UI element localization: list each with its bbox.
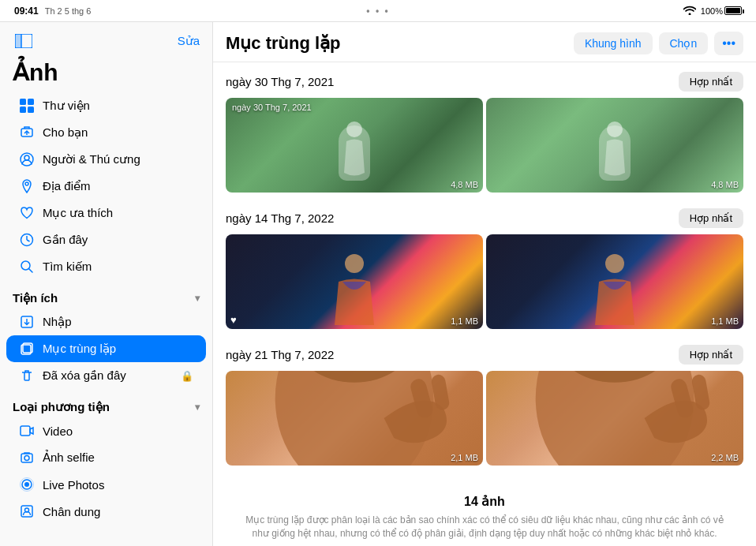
svg-rect-3 bbox=[20, 99, 26, 105]
duplicate-icon bbox=[19, 341, 35, 357]
sidebar-item-gan-day[interactable]: Gần đây bbox=[6, 226, 206, 253]
sidebar-label-cho-ban: Cho bạn bbox=[43, 125, 88, 140]
status-bar-right: 100% bbox=[683, 6, 742, 17]
photo-grid-icon bbox=[19, 98, 35, 114]
heart-icon bbox=[19, 205, 35, 221]
photo-size-3a: 2,1 MB bbox=[451, 453, 478, 462]
svg-line-14 bbox=[27, 240, 30, 241]
more-button[interactable]: ••• bbox=[714, 32, 743, 55]
photo-thumb-3b[interactable]: 2,2 MB bbox=[486, 371, 743, 466]
sidebar-label-live-photos: Live Photos bbox=[43, 478, 104, 492]
sidebar-label-tim-kiem: Tìm kiếm bbox=[43, 260, 92, 274]
location-icon bbox=[19, 178, 35, 194]
photo-size-2b: 1,1 MB bbox=[711, 316, 739, 326]
video-icon bbox=[19, 423, 35, 439]
sidebar-label-da-xoa-gan-day: Đã xóa gần đây bbox=[43, 368, 126, 383]
chevron-down-icon: ▾ bbox=[195, 293, 200, 304]
sidebar-content: Thư viện Cho bạn bbox=[0, 92, 212, 546]
group-date-3: ngày 21 Thg 7, 2022 bbox=[226, 348, 334, 361]
sidebar-label-nguoi-thu-cung: Người & Thú cưng bbox=[43, 152, 140, 166]
duplicate-group-2: ngày 14 Thg 7, 2022 Hợp nhất ♥ 1,1 MB bbox=[226, 208, 743, 329]
app-title: Ảnh bbox=[0, 55, 212, 92]
page-title: Mục trùng lặp bbox=[226, 33, 341, 54]
section-tien-ich: Tiện ích ▾ bbox=[0, 280, 212, 309]
photo-size-1b: 4,8 MB bbox=[711, 180, 739, 189]
sidebar-item-muc-trung-lap[interactable]: Mục trùng lặp bbox=[6, 335, 206, 362]
chon-button[interactable]: Chọn bbox=[659, 32, 709, 54]
sidebar-header: Sửa bbox=[0, 22, 212, 55]
sidebar-item-anh-selfie[interactable]: Ảnh selfie bbox=[6, 444, 206, 471]
app-container: Sửa Ảnh Thư viện bbox=[0, 22, 756, 546]
sidebar-label-anh-selfie: Ảnh selfie bbox=[43, 451, 95, 465]
svg-point-11 bbox=[25, 182, 28, 185]
status-day: Th 2 5 thg 6 bbox=[45, 6, 92, 16]
duplicate-group-1: ngày 30 Thg 7, 2021 Hợp nhất ngày 30 Thg… bbox=[226, 72, 743, 193]
person-circle-icon bbox=[19, 151, 35, 167]
photo-size-3b: 2,2 MB bbox=[711, 453, 739, 462]
live-icon bbox=[19, 477, 35, 492]
svg-point-23 bbox=[24, 456, 29, 461]
section-loai-label: Loại phương tiện bbox=[13, 400, 110, 414]
sidebar-item-nhap[interactable]: Nhập bbox=[6, 309, 206, 335]
sidebar-item-tim-kiem[interactable]: Tìm kiếm bbox=[6, 253, 206, 280]
sidebar-label-chan-dung: Chân dung bbox=[43, 505, 100, 518]
status-bar: 09:41 Th 2 5 thg 6 • • • 100% bbox=[0, 0, 756, 22]
photo-thumb-2b[interactable]: 1,1 MB bbox=[486, 234, 743, 329]
battery-icon: 100% bbox=[701, 6, 742, 16]
photo-pair-3: 2,1 MB 2,2 MB bbox=[226, 371, 743, 466]
photo-pair-2: ♥ 1,1 MB 1,1 MB bbox=[226, 234, 743, 329]
search-icon bbox=[19, 259, 35, 275]
heart-badge-2a: ♥ bbox=[230, 314, 237, 326]
share-icon bbox=[19, 125, 35, 140]
sidebar-label-thu-vien: Thư viện bbox=[43, 99, 90, 113]
merge-button-2[interactable]: Hợp nhất bbox=[679, 208, 743, 228]
khung-hinh-button[interactable]: Khung hình bbox=[574, 32, 653, 54]
photo-date-overlay-1: ngày 30 Thg 7, 2021 bbox=[232, 103, 312, 112]
edit-button[interactable]: Sửa bbox=[178, 34, 200, 48]
sidebar-label-dia-diem: Địa điểm bbox=[43, 179, 91, 193]
sidebar-item-dia-diem[interactable]: Địa điểm bbox=[6, 173, 206, 200]
merge-button-1[interactable]: Hợp nhất bbox=[679, 72, 743, 92]
photo-thumb-1b[interactable]: 4,8 MB bbox=[486, 98, 743, 193]
main-header: Mục trùng lặp Khung hình Chọn ••• bbox=[213, 22, 756, 62]
wifi-icon bbox=[683, 6, 696, 17]
sidebar-item-video[interactable]: Video bbox=[6, 417, 206, 444]
section-tien-ich-label: Tiện ích bbox=[13, 291, 58, 305]
photo-thumb-1a[interactable]: ngày 30 Thg 7, 2021 4,8 MB bbox=[226, 98, 483, 193]
sidebar-label-muc-ua-thich: Mục ưa thích bbox=[43, 206, 113, 220]
merge-button-3[interactable]: Hợp nhất bbox=[679, 345, 743, 365]
panel-toggle-icon[interactable] bbox=[13, 30, 35, 52]
photo-thumb-2a[interactable]: ♥ 1,1 MB bbox=[226, 234, 483, 329]
summary-count: 14 ảnh bbox=[241, 494, 728, 509]
sidebar-item-nguoi-thu-cung[interactable]: Người & Thú cưng bbox=[6, 146, 206, 173]
summary-description: Mục trùng lặp được phân loại là các bản … bbox=[241, 514, 728, 540]
sidebar-item-thu-vien[interactable]: Thư viện bbox=[6, 92, 206, 119]
sidebar-label-gan-day: Gần đây bbox=[43, 233, 88, 247]
sidebar: Sửa Ảnh Thư viện bbox=[0, 22, 213, 546]
lock-icon: 🔒 bbox=[181, 370, 193, 382]
svg-point-30 bbox=[607, 122, 623, 137]
photo-thumb-3a[interactable]: 2,1 MB bbox=[226, 371, 483, 466]
svg-rect-21 bbox=[21, 426, 30, 436]
sidebar-label-muc-trung-lap: Mục trùng lặp bbox=[43, 342, 116, 356]
group-date-1: ngày 30 Thg 7, 2021 bbox=[226, 75, 334, 88]
group-header-2: ngày 14 Thg 7, 2022 Hợp nhất bbox=[226, 208, 743, 228]
status-dots: • • • bbox=[366, 6, 389, 17]
group-header-3: ngày 21 Thg 7, 2022 Hợp nhất bbox=[226, 345, 743, 365]
sidebar-item-chan-dung[interactable]: Chân dung bbox=[6, 498, 206, 525]
sidebar-item-live-photos[interactable]: Live Photos bbox=[6, 471, 206, 498]
svg-point-10 bbox=[24, 155, 29, 160]
sidebar-item-muc-ua-thich[interactable]: Mục ưa thích bbox=[6, 200, 206, 226]
sidebar-label-nhap: Nhập bbox=[43, 315, 72, 329]
sidebar-item-cho-ban[interactable]: Cho bạn bbox=[6, 119, 206, 146]
svg-rect-4 bbox=[28, 99, 34, 105]
svg-rect-22 bbox=[21, 454, 32, 462]
svg-point-29 bbox=[346, 122, 362, 137]
selfie-icon bbox=[19, 450, 35, 466]
sidebar-item-da-xoa-gan-day[interactable]: Đã xóa gần đây 🔒 bbox=[6, 362, 206, 389]
svg-point-32 bbox=[605, 254, 624, 273]
import-icon bbox=[19, 314, 35, 330]
duplicate-list: ngày 30 Thg 7, 2021 Hợp nhất ngày 30 Thg… bbox=[213, 62, 756, 546]
summary-section: 14 ảnh Mục trùng lặp được phân loại là c… bbox=[226, 481, 743, 546]
status-time: 09:41 bbox=[14, 6, 39, 17]
